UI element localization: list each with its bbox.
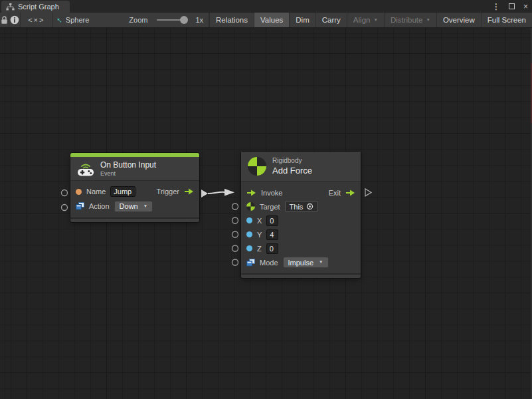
zoom-slider-thumb[interactable]: [180, 16, 188, 24]
chevron-down-icon: ▼: [143, 204, 147, 209]
trigger-label: Trigger: [157, 188, 179, 196]
script-graph-window: Script Graph ⋮ × <×>: [0, 0, 532, 399]
node-body: Invoke Exit Target: [241, 182, 361, 273]
action-label: Action: [89, 202, 110, 210]
node-titles: Rigidbody Add Force: [272, 157, 312, 176]
info-icon: [10, 15, 19, 25]
connection-wire[interactable]: [208, 192, 225, 194]
lock-icon: [1, 16, 8, 25]
string-port-dot[interactable]: [76, 189, 82, 195]
number-port-dot[interactable]: [246, 231, 252, 237]
close-icon[interactable]: ×: [523, 3, 528, 11]
input-port-circle[interactable]: [62, 190, 68, 196]
exit-output-port-icon[interactable]: [345, 190, 355, 196]
rigidbody-port-icon[interactable]: [246, 202, 255, 211]
target-row: Target This: [246, 200, 355, 213]
name-input[interactable]: [110, 186, 135, 197]
invoke-row: Invoke Exit: [246, 186, 355, 200]
align-dropdown-button: Align▼: [347, 13, 385, 27]
node-title: Add Force: [272, 166, 312, 176]
tab-script-graph[interactable]: Script Graph: [1, 1, 70, 13]
node-titles: On Button Input Event: [100, 160, 156, 177]
zoom-value: 1x: [195, 16, 203, 24]
info-button[interactable]: [9, 13, 21, 27]
mode-dropdown[interactable]: Impulse ▼: [283, 257, 329, 268]
z-input[interactable]: [266, 243, 278, 254]
window-controls: ⋮ ×: [492, 0, 528, 13]
tab-label: Script Graph: [18, 3, 59, 11]
node-title: On Button Input: [100, 160, 156, 170]
target-self-chip[interactable]: This: [285, 201, 319, 212]
node-header[interactable]: Rigidbody Add Force: [241, 152, 361, 182]
z-row: Z: [246, 241, 355, 255]
y-input[interactable]: [266, 229, 278, 240]
y-row: Y: [246, 227, 355, 241]
rigidbody-icon: [248, 157, 266, 176]
node-on-button-input[interactable]: On Button Input Event Name Trigger: [70, 153, 199, 222]
target-label: Target: [260, 203, 280, 211]
graph-toolbar: <×> Sphere Zoom 1x Relations Values Dim …: [0, 13, 532, 28]
zoom-slider[interactable]: [157, 19, 186, 21]
node-footer: [241, 273, 361, 278]
exit-label: Exit: [329, 189, 341, 197]
chevron-down-icon: ▼: [319, 260, 323, 265]
x-row: X: [246, 213, 355, 227]
dim-button[interactable]: Dim: [290, 13, 315, 27]
maximize-icon[interactable]: [509, 3, 515, 11]
z-label: Z: [257, 245, 262, 253]
enum-icon: [76, 202, 84, 210]
input-port-circle[interactable]: [232, 231, 238, 237]
graph-pointer-icon: [57, 16, 62, 25]
full-screen-button[interactable]: Full Screen: [482, 13, 532, 27]
node-header[interactable]: On Button Input Event: [70, 157, 199, 181]
values-button[interactable]: Values: [254, 13, 290, 27]
node-subtitle: Event: [100, 170, 156, 177]
node-add-force[interactable]: Rigidbody Add Force Invoke Exit: [241, 152, 361, 278]
invoke-label: Invoke: [261, 189, 282, 197]
chevron-down-icon: ▼: [373, 18, 377, 23]
relations-button[interactable]: Relations: [210, 13, 254, 27]
y-label: Y: [257, 231, 262, 239]
toolbar-buttons: Relations Values Dim Carry Align▼ Distri…: [209, 13, 532, 27]
graph-target-label[interactable]: Sphere: [66, 16, 89, 24]
wire-start-triangle[interactable]: [201, 190, 208, 198]
x-label: X: [257, 217, 262, 225]
input-port-circle[interactable]: [232, 245, 238, 251]
name-row: Name Trigger: [76, 184, 194, 199]
input-port-circle[interactable]: [232, 203, 238, 209]
chevron-down-icon: ▼: [426, 18, 430, 23]
input-port-circle[interactable]: [232, 217, 238, 223]
action-dropdown[interactable]: Down ▼: [114, 201, 153, 212]
number-port-dot[interactable]: [246, 245, 252, 251]
node-footer: [70, 217, 199, 222]
mode-row: Mode Impulse ▼: [246, 255, 355, 269]
zoom-label: Zoom: [129, 16, 147, 24]
x-input[interactable]: [266, 215, 278, 226]
target-picker-icon: [306, 203, 313, 210]
number-port-dot[interactable]: [246, 217, 252, 223]
distribute-dropdown-button: Distribute▼: [385, 13, 437, 27]
code-view-button[interactable]: <×>: [21, 13, 53, 27]
enum-icon: [246, 259, 255, 267]
graph-breadcrumb: Sphere Zoom 1x: [53, 13, 209, 27]
input-port-circle[interactable]: [232, 259, 238, 265]
node-subtitle: Rigidbody: [272, 157, 312, 164]
name-label: Name: [86, 188, 106, 196]
graph-icon: [6, 3, 15, 11]
wire-arrowhead: [224, 189, 234, 196]
node-body: Name Trigger Action: [70, 181, 199, 217]
code-icon: <×>: [28, 16, 44, 24]
input-port-circle[interactable]: [62, 205, 68, 211]
carry-button[interactable]: Carry: [316, 13, 347, 27]
invoke-input-port-icon[interactable]: [246, 190, 256, 196]
tab-bar: Script Graph ⋮ ×: [0, 0, 532, 13]
trigger-output-port-icon[interactable]: [184, 188, 194, 195]
gamepad-icon: [77, 162, 94, 176]
graph-canvas[interactable]: On Button Input Event Name Trigger: [0, 28, 532, 399]
overview-button[interactable]: Overview: [437, 13, 482, 27]
menu-icon[interactable]: ⋮: [492, 3, 500, 11]
lock-button[interactable]: [0, 13, 9, 27]
exit-port-triangle[interactable]: [365, 189, 371, 196]
mode-label: Mode: [260, 259, 278, 267]
action-row: Action Down ▼: [76, 199, 194, 213]
